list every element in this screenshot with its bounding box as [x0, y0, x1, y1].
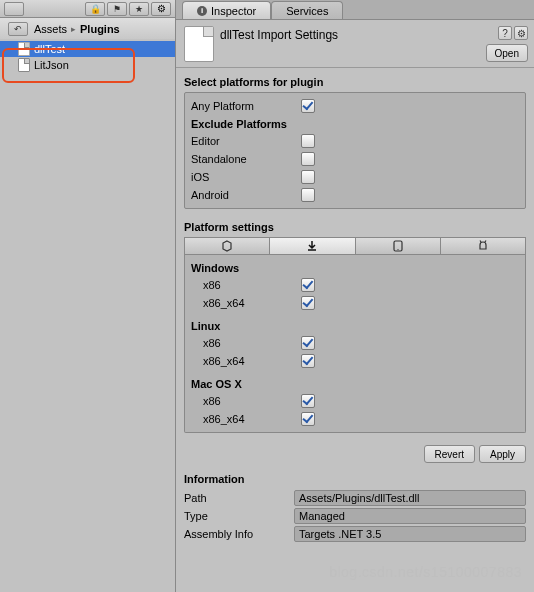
tree-item-litjson[interactable]: LitJson: [0, 57, 175, 73]
action-buttons: Revert Apply: [184, 445, 526, 463]
info-value-path: Assets/Plugins/dllTest.dll: [294, 490, 526, 506]
platform-tab-standalone[interactable]: [270, 237, 355, 255]
asset-file-icon: [184, 26, 214, 62]
checkbox-linux-x86-64[interactable]: [301, 354, 315, 368]
open-button[interactable]: Open: [486, 44, 528, 62]
breadcrumb[interactable]: Assets ▸ Plugins: [34, 23, 120, 35]
tree-item-label: dllTest: [34, 43, 65, 55]
section-select-platforms-title: Select platforms for plugin: [184, 76, 526, 88]
info-label: Path: [184, 492, 294, 504]
gear-icon[interactable]: ⚙: [514, 26, 528, 40]
tree-item-label: LitJson: [34, 59, 69, 71]
group-macosx-title: Mac OS X: [191, 378, 519, 390]
checkbox-ios[interactable]: [301, 170, 315, 184]
platform-tab-unity[interactable]: [184, 237, 270, 255]
inspector-header: dllTest Import Settings ? ⚙ Open: [176, 20, 534, 68]
file-icon: [18, 42, 30, 56]
tab-label: Inspector: [211, 5, 256, 17]
section-information-title: Information: [184, 473, 526, 485]
row-label: Editor: [191, 135, 301, 147]
checkbox-win-x86[interactable]: [301, 278, 315, 292]
inspector-panel: i Inspector Services dllTest Import Sett…: [176, 0, 534, 592]
row-label: x86_x64: [191, 355, 301, 367]
checkbox-standalone[interactable]: [301, 152, 315, 166]
project-panel: 🔒 ⚑ ★ ⚙ ↶ Assets ▸ Plugins dllTest LitJs…: [0, 0, 176, 592]
revert-button[interactable]: Revert: [424, 445, 475, 463]
asset-tree: dllTest LitJson: [0, 39, 175, 592]
checkbox-editor[interactable]: [301, 134, 315, 148]
info-row-type: Type Managed: [184, 507, 526, 525]
chevron-right-icon: ▸: [71, 24, 76, 34]
info-label: Type: [184, 510, 294, 522]
row-ios: iOS: [191, 168, 519, 186]
platform-settings-panel: Windows x86 x86_x64 Linux x86 x86_x64 Ma…: [184, 255, 526, 433]
breadcrumb-current[interactable]: Plugins: [80, 23, 120, 35]
history-back-icon[interactable]: ↶: [8, 22, 28, 36]
row-label: iOS: [191, 171, 301, 183]
info-value-assembly: Targets .NET 3.5: [294, 526, 526, 542]
row-android: Android: [191, 186, 519, 204]
options-icon[interactable]: ⚙: [151, 2, 171, 16]
info-row-path: Path Assets/Plugins/dllTest.dll: [184, 489, 526, 507]
section-platform-settings-title: Platform settings: [184, 221, 526, 233]
platform-tabs: [184, 237, 526, 255]
row-label: x86: [191, 337, 301, 349]
project-toolbar: 🔒 ⚑ ★ ⚙: [0, 0, 175, 18]
row-standalone: Standalone: [191, 150, 519, 168]
inspector-body: Select platforms for plugin Any Platform…: [176, 68, 534, 592]
row-label: x86_x64: [191, 413, 301, 425]
row-any-platform: Any Platform: [191, 97, 519, 115]
row-label: Standalone: [191, 153, 301, 165]
lock-icon[interactable]: 🔒: [85, 2, 105, 16]
row-label: x86_x64: [191, 297, 301, 309]
inspector-title: dllTest Import Settings: [220, 26, 338, 42]
tag-icon[interactable]: ⚑: [107, 2, 127, 16]
favorite-icon[interactable]: ★: [129, 2, 149, 16]
help-icon[interactable]: ?: [498, 26, 512, 40]
breadcrumb-root[interactable]: Assets: [34, 23, 67, 35]
group-windows-title: Windows: [191, 262, 519, 274]
apply-button[interactable]: Apply: [479, 445, 526, 463]
tab-services[interactable]: Services: [271, 1, 343, 19]
row-label: x86: [191, 279, 301, 291]
tree-item-dlltest[interactable]: dllTest: [0, 41, 175, 57]
checkbox-any-platform[interactable]: [301, 99, 315, 113]
checkbox-android[interactable]: [301, 188, 315, 202]
checkbox-linux-x86[interactable]: [301, 336, 315, 350]
row-label: x86: [191, 395, 301, 407]
checkbox-mac-x86[interactable]: [301, 394, 315, 408]
checkbox-win-x86-64[interactable]: [301, 296, 315, 310]
project-header: ↶ Assets ▸ Plugins: [0, 18, 175, 39]
checkbox-mac-x86-64[interactable]: [301, 412, 315, 426]
row-label: Android: [191, 189, 301, 201]
info-label: Assembly Info: [184, 528, 294, 540]
panel-tabs: i Inspector Services: [176, 0, 534, 20]
platform-tab-ios[interactable]: [356, 237, 441, 255]
file-icon: [18, 58, 30, 72]
tab-label: Services: [286, 5, 328, 17]
svg-point-1: [397, 249, 398, 250]
row-editor: Editor: [191, 132, 519, 150]
info-row-assembly: Assembly Info Targets .NET 3.5: [184, 525, 526, 543]
group-linux-title: Linux: [191, 320, 519, 332]
tab-inspector[interactable]: i Inspector: [182, 1, 271, 19]
info-icon: i: [197, 6, 207, 16]
row-label: Any Platform: [191, 100, 301, 112]
exclude-platforms-title: Exclude Platforms: [191, 118, 519, 130]
select-platforms-panel: Any Platform Exclude Platforms Editor St…: [184, 92, 526, 209]
create-button[interactable]: [4, 2, 24, 16]
platform-tab-android[interactable]: [441, 237, 526, 255]
info-value-type: Managed: [294, 508, 526, 524]
